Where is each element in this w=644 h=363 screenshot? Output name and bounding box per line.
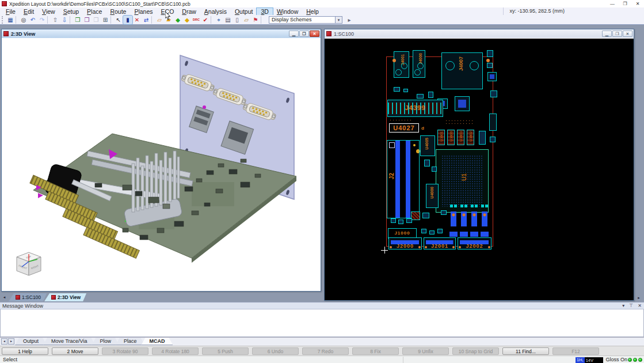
menu-item[interactable]: Window xyxy=(273,8,302,15)
pcb-component[interactable]: J2001 xyxy=(424,237,456,249)
pcb-component[interactable] xyxy=(403,89,408,92)
view-cube[interactable]: TOP FRONT RIGHT xyxy=(17,252,41,275)
toolbar-icon[interactable] xyxy=(16,16,18,24)
window-tab[interactable]: 1:SC100 xyxy=(9,293,47,301)
function-key-button[interactable]: F12 xyxy=(552,347,599,355)
menu-item[interactable]: Setup xyxy=(59,8,83,15)
toolbar-icon[interactable]: ↷ xyxy=(37,16,47,24)
pcb-component[interactable] xyxy=(487,72,497,81)
toolbar-icon[interactable]: ❐ xyxy=(73,16,82,24)
pcb-component[interactable] xyxy=(437,229,443,233)
toolbar-icon[interactable]: DRC xyxy=(192,16,201,24)
pcb-component[interactable] xyxy=(449,205,458,237)
pcb-component[interactable] xyxy=(490,90,497,97)
toolbar-icon[interactable]: ↖ xyxy=(114,16,123,24)
tabs-scroll-right-icon[interactable]: ▸ xyxy=(635,294,642,301)
pcb-component[interactable] xyxy=(428,92,433,98)
toolbar-icon[interactable]: ↶ xyxy=(28,16,37,24)
pcb-component[interactable] xyxy=(422,213,429,218)
maximize-button[interactable]: ❐ xyxy=(619,0,631,7)
pcb-component[interactable] xyxy=(479,131,486,145)
view3d-titlebar[interactable]: 2:3D View ▁ ❐ ✕ xyxy=(2,29,321,38)
toolbar-overflow-icon[interactable]: ▸ xyxy=(345,16,354,24)
pcb-component[interactable] xyxy=(441,210,447,215)
toolbar-icon[interactable]: ▤ xyxy=(223,16,233,24)
function-key-button[interactable]: 6 Undo xyxy=(252,347,299,355)
pcb-component[interactable] xyxy=(391,218,396,223)
function-key-button[interactable]: 1 Help xyxy=(2,347,48,355)
pcb-component[interactable]: U4005 xyxy=(420,135,435,156)
pcb-component[interactable] xyxy=(421,229,426,233)
pcb-component[interactable] xyxy=(398,220,403,224)
pcb-component[interactable] xyxy=(489,114,497,131)
pcb-component[interactable] xyxy=(432,167,437,172)
view3d-close-button[interactable]: ✕ xyxy=(310,31,319,37)
toolbar-icon[interactable] xyxy=(70,16,73,24)
function-key-button[interactable]: 9 Unfix xyxy=(402,347,449,355)
toolbar-icon[interactable]: ✕ xyxy=(132,16,142,24)
layout2d-close-button[interactable]: ✕ xyxy=(623,31,632,37)
pcb-component[interactable] xyxy=(411,211,420,220)
pcb-component[interactable]: d xyxy=(421,124,427,130)
function-key-button[interactable]: 3 Rotate 90 xyxy=(102,347,148,355)
layout2d-canvas[interactable]: J4001 J4000 J4007 xyxy=(325,39,634,300)
menu-item[interactable]: Planes xyxy=(130,8,157,15)
toolbar-icon[interactable] xyxy=(110,16,113,24)
output-tab[interactable]: Output xyxy=(15,338,47,345)
toolbar-grip[interactable] xyxy=(2,16,4,24)
pcb-component[interactable]: U1 xyxy=(436,149,489,213)
toolbar-icon[interactable]: ❐ xyxy=(82,16,92,24)
minimize-button[interactable]: — xyxy=(606,0,619,7)
pcb-component[interactable] xyxy=(459,205,468,237)
menu-item[interactable]: Help xyxy=(302,8,323,15)
toolbar-icon[interactable]: ▦ xyxy=(6,16,15,24)
function-key-button[interactable]: 4 Rotate 180 xyxy=(152,347,199,355)
pcb-component[interactable] xyxy=(393,59,396,62)
layout2d-titlebar[interactable]: 1:SC100 ▁ ❐ ✕ xyxy=(325,29,634,38)
menu-item[interactable]: Analysis xyxy=(200,8,231,15)
pcb-component[interactable]: J4399 xyxy=(387,100,443,117)
toolbar-icon[interactable] xyxy=(151,16,154,24)
output-tabs-scroll-right-icon[interactable]: ▸ xyxy=(8,338,14,345)
function-key-button[interactable]: 2 Move xyxy=(52,347,98,355)
pcb-component[interactable]: J4000 xyxy=(413,50,425,78)
chevron-down-icon[interactable]: ▾ xyxy=(622,303,624,309)
toolbar-icon[interactable]: ◆ xyxy=(182,16,192,24)
toolbar-icon[interactable]: ▱ xyxy=(155,16,164,24)
toolbar-icon[interactable] xyxy=(47,16,50,24)
pcb-component[interactable]: U4000 xyxy=(426,184,439,208)
pcb-component[interactable] xyxy=(417,94,424,99)
toolbar-icon[interactable]: ⇩ xyxy=(60,16,69,24)
function-key-button[interactable]: 10 Snap to Grid xyxy=(452,347,499,355)
pcb-component[interactable] xyxy=(424,160,430,167)
pcb-component[interactable]: J4007 xyxy=(441,52,483,89)
menu-item[interactable]: Output xyxy=(231,8,257,15)
menu-item[interactable]: Draw xyxy=(178,8,200,15)
pin-icon[interactable]: ⊤ xyxy=(629,303,633,309)
pcb-component[interactable]: J2002 xyxy=(458,237,491,249)
toolbar-icon[interactable]: ◆ xyxy=(173,16,182,24)
pcb-component[interactable]: U3000 xyxy=(447,130,455,145)
toolbar-icon[interactable]: ▱ xyxy=(242,16,251,24)
output-tabs-scroll-left-icon[interactable]: ◂ xyxy=(1,338,7,345)
toolbar-icon[interactable]: ▯ xyxy=(233,16,242,24)
toolbar-icon[interactable]: ❐ xyxy=(92,16,101,24)
pcb-component[interactable] xyxy=(406,218,412,223)
pcb-component[interactable]: J2000 xyxy=(388,237,422,249)
pcb-component[interactable]: J2 xyxy=(387,140,420,218)
pcb-component[interactable] xyxy=(480,205,489,237)
pcb-component[interactable] xyxy=(486,59,490,62)
output-tab[interactable]: Move Trace/Via xyxy=(43,338,95,345)
view3d-restore-button[interactable]: ❐ xyxy=(299,31,309,37)
chevron-down-icon[interactable]: ▾ xyxy=(335,17,342,23)
toolbar-icon[interactable]: ⇄ xyxy=(142,16,151,24)
view3d-minimize-button[interactable]: ▁ xyxy=(289,31,299,37)
toolbar-icon[interactable]: ▰ xyxy=(164,16,173,24)
toolbar-icon[interactable]: ▮ xyxy=(123,16,132,24)
output-tab[interactable]: Plow xyxy=(92,338,119,345)
menu-item[interactable]: File xyxy=(2,8,20,15)
pcb-component[interactable] xyxy=(394,87,400,92)
menu-item[interactable]: Route xyxy=(106,8,130,15)
layout2d-minimize-button[interactable]: ▁ xyxy=(602,31,612,37)
message-window-body[interactable] xyxy=(0,309,644,337)
